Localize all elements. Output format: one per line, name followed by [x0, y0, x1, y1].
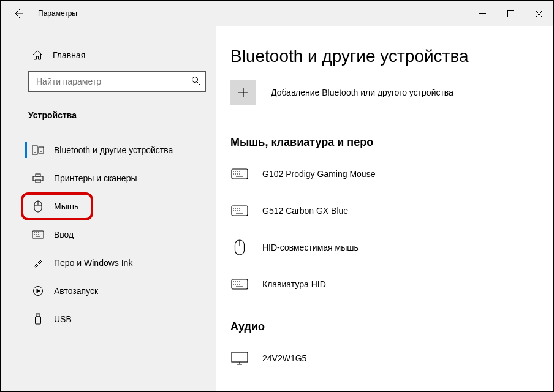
monitor-icon [230, 351, 249, 366]
device-label: G102 Prodigy Gaming Mouse [262, 169, 375, 179]
window-title: Параметры [38, 9, 468, 18]
svg-rect-11 [36, 317, 41, 324]
search-icon [191, 76, 200, 87]
sidebar-item-mouse[interactable]: Мышь [1, 192, 216, 221]
sidebar-item-label: Bluetooth и другие устройства [54, 145, 173, 155]
sidebar-item-label: Мышь [54, 202, 78, 211]
sidebar-item-usb[interactable]: USB [1, 305, 216, 333]
device-label: G512 Carbon GX Blue [262, 206, 348, 216]
mouse-icon [230, 240, 249, 255]
sidebar-item-label: Автозапуск [54, 286, 98, 296]
keyboard-icon [230, 203, 249, 218]
svg-rect-4 [33, 176, 43, 181]
devices-icon [32, 144, 44, 156]
device-row[interactable]: Клавиатура HID [230, 270, 538, 298]
svg-rect-10 [36, 314, 40, 317]
svg-rect-16 [232, 352, 248, 362]
sidebar-item-label: Принтеры и сканеры [54, 173, 137, 183]
sidebar-item-autoplay[interactable]: Автозапуск [1, 277, 216, 305]
minimize-button[interactable] [468, 1, 496, 26]
add-device-label: Добавление Bluetooth или другого устройс… [271, 88, 453, 97]
device-label: HID-совместимая мышь [262, 243, 359, 252]
svg-rect-3 [39, 147, 44, 153]
device-label: Клавиатура HID [262, 279, 326, 289]
sidebar-item-label: USB [54, 314, 72, 324]
mouse-icon [32, 200, 44, 213]
sidebar-item-label: Ввод [54, 230, 74, 239]
keyboard-icon [32, 228, 44, 241]
search-box[interactable] [28, 71, 206, 92]
home-icon [32, 50, 43, 61]
keyboard-icon [230, 277, 249, 292]
search-input[interactable] [35, 76, 191, 87]
add-device-button[interactable] [230, 80, 256, 105]
sidebar-item-label: Перо и Windows Ink [54, 258, 132, 268]
usb-icon [32, 313, 44, 325]
keyboard-icon [230, 167, 249, 181]
pen-icon [32, 257, 44, 269]
device-row[interactable]: 24V2W1G5 [230, 344, 538, 372]
titlebar: Параметры [1, 1, 553, 26]
sidebar-item-typing[interactable]: Ввод [1, 221, 216, 249]
device-row[interactable]: HID-совместимая мышь [230, 233, 538, 262]
section-mouse-keyboard-pen: Мышь, клавиатура и перо [230, 136, 538, 149]
svg-rect-2 [32, 146, 37, 154]
svg-rect-0 [507, 10, 514, 17]
add-device-row[interactable]: Добавление Bluetooth или другого устройс… [230, 80, 538, 105]
printer-icon [32, 172, 44, 184]
back-button[interactable] [6, 1, 31, 26]
close-button[interactable] [525, 1, 553, 26]
sidebar-item-printers[interactable]: Принтеры и сканеры [1, 164, 216, 192]
window-controls [468, 1, 553, 26]
main-content: Bluetooth и другие устройства Добавление… [216, 26, 553, 391]
autoplay-icon [32, 285, 44, 297]
section-audio: Аудио [230, 320, 538, 333]
maximize-button[interactable] [496, 1, 525, 26]
sidebar-category-header: Устройства [1, 97, 216, 129]
sidebar-home[interactable]: Главная [1, 44, 216, 66]
device-row[interactable]: G102 Prodigy Gaming Mouse [230, 160, 538, 188]
svg-rect-5 [36, 174, 40, 176]
svg-point-1 [192, 77, 198, 83]
device-label: 24V2W1G5 [262, 353, 306, 363]
page-title: Bluetooth и другие устройства [230, 47, 538, 66]
sidebar-item-bluetooth[interactable]: Bluetooth и другие устройства [1, 136, 216, 164]
sidebar: Главная Устройства Bluetooth и другие ус… [1, 26, 216, 391]
sidebar-nav: Bluetooth и другие устройства Принтеры и… [1, 129, 216, 333]
device-row[interactable]: G512 Carbon GX Blue [230, 197, 538, 225]
sidebar-item-pen[interactable]: Перо и Windows Ink [1, 249, 216, 277]
sidebar-home-label: Главная [53, 50, 85, 60]
